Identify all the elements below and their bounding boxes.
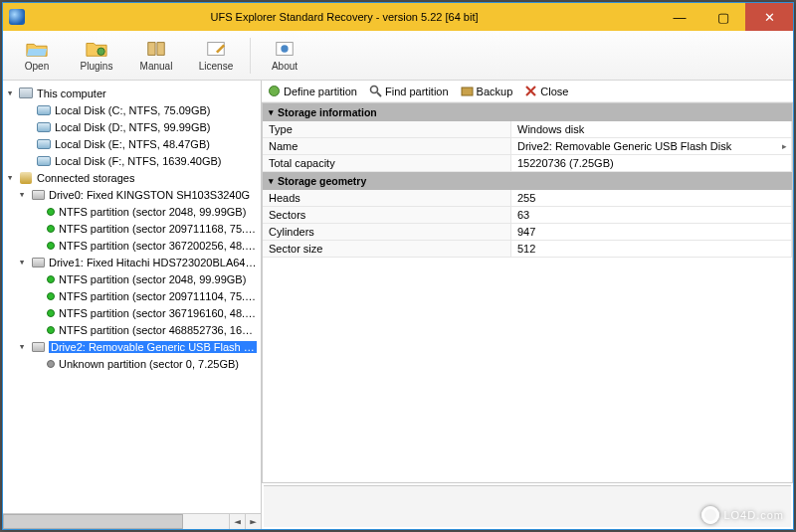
about-button[interactable]: About — [259, 39, 310, 72]
prop-key: Sectors — [263, 207, 511, 224]
property-grid: Storage information TypeWindows disk Nam… — [262, 102, 793, 483]
svg-point-6 — [371, 87, 378, 93]
status-dot-icon — [47, 360, 55, 368]
prop-row[interactable]: Cylinders947 — [263, 224, 792, 241]
chevron-right-icon[interactable]: ▸ — [782, 141, 787, 151]
tree-node-partition[interactable]: NTFS partition (sector 209711168, 75.09G… — [3, 220, 261, 237]
prop-row[interactable]: Heads255 — [263, 190, 792, 207]
prop-row[interactable]: Sector size512 — [263, 241, 792, 258]
tree-node-local-disk[interactable]: Local Disk (C:, NTFS, 75.09GB) — [3, 101, 261, 118]
svg-rect-8 — [462, 88, 473, 95]
license-icon — [204, 39, 228, 59]
collapse-icon[interactable]: ▾ — [17, 188, 27, 201]
prop-value: Drive2: Removable Generic USB Flash Disk… — [511, 138, 792, 155]
tree-node-partition[interactable]: NTFS partition (sector 367196160, 48.47G… — [3, 304, 261, 321]
app-icon — [9, 9, 25, 25]
status-dot-icon — [47, 275, 55, 283]
collapse-icon[interactable]: ▾ — [5, 171, 15, 184]
prop-value: 947 — [511, 224, 792, 241]
disk-icon — [30, 189, 46, 201]
status-dot-icon — [47, 242, 55, 250]
prop-key: Total capacity — [263, 155, 511, 172]
scroll-left-button[interactable]: ◄ — [229, 514, 245, 529]
computer-icon — [18, 88, 34, 99]
plugins-button[interactable]: Plugins — [71, 39, 122, 72]
prop-value: 15220736 (7.25GB) — [511, 155, 792, 172]
tree-node-partition[interactable]: NTFS partition (sector 2048, 99.99GB) — [3, 270, 261, 287]
status-dot-icon — [47, 326, 55, 334]
tree-node-this-computer[interactable]: ▾This computer — [3, 85, 261, 101]
search-icon — [369, 85, 382, 97]
collapse-icon[interactable]: ▾ — [17, 256, 27, 268]
collapse-icon[interactable]: ▾ — [5, 87, 15, 99]
prop-row[interactable]: Total capacity15220736 (7.25GB) — [263, 155, 792, 172]
tree-hscrollbar[interactable]: ◄ ► — [3, 513, 261, 529]
tree-node-drive1[interactable]: ▾Drive1: Fixed Hitachi HDS723020BLA642 (… — [3, 254, 261, 270]
manual-label: Manual — [140, 61, 173, 72]
drive-icon — [36, 104, 52, 116]
svg-point-4 — [281, 45, 288, 52]
close-button[interactable]: ✕ — [745, 3, 793, 31]
tree-node-partition[interactable]: Unknown partition (sector 0, 7.25GB) — [3, 355, 261, 372]
tree-node-partition[interactable]: NTFS partition (sector 209711104, 75.09G… — [3, 287, 261, 304]
prop-row[interactable]: Sectors63 — [263, 207, 792, 224]
license-label: License — [199, 61, 233, 72]
prop-value: 512 — [511, 241, 792, 258]
folder-open-icon — [25, 39, 49, 59]
prop-row[interactable]: NameDrive2: Removable Generic USB Flash … — [263, 138, 792, 155]
close-icon — [524, 85, 537, 97]
scroll-right-button[interactable]: ► — [245, 514, 261, 529]
scrollbar-thumb[interactable] — [3, 514, 183, 529]
define-icon — [268, 85, 281, 97]
collapse-icon[interactable]: ▾ — [17, 340, 27, 353]
tree-node-local-disk[interactable]: Local Disk (F:, NTFS, 1639.40GB) — [3, 152, 261, 169]
about-label: About — [272, 61, 298, 72]
disk-icon — [30, 341, 46, 353]
tree-node-local-disk[interactable]: Local Disk (E:, NTFS, 48.47GB) — [3, 135, 261, 152]
action-bar: Define partition Find partition Backup C… — [262, 81, 793, 102]
drive-icon — [36, 121, 52, 133]
minimize-button[interactable]: — — [658, 3, 701, 31]
backup-icon — [461, 85, 474, 97]
maximize-button[interactable]: ▢ — [701, 3, 745, 31]
status-dot-icon — [47, 292, 55, 300]
status-dot-icon — [47, 225, 55, 233]
svg-point-0 — [98, 48, 104, 55]
section-header-geometry[interactable]: Storage geometry — [263, 172, 792, 190]
prop-key: Name — [263, 138, 511, 155]
prop-key: Sector size — [263, 241, 511, 258]
prop-row[interactable]: TypeWindows disk — [263, 121, 792, 138]
storage-icon — [18, 172, 34, 184]
plugins-label: Plugins — [81, 61, 113, 72]
svg-point-5 — [270, 87, 280, 96]
manual-button[interactable]: Manual — [130, 39, 182, 72]
tree-node-partition[interactable]: NTFS partition (sector 468852736, 1639.4… — [3, 321, 261, 338]
status-dot-icon — [47, 309, 55, 317]
define-partition-button[interactable]: Define partition — [268, 85, 357, 97]
tree-node-partition[interactable]: NTFS partition (sector 2048, 99.99GB) — [3, 203, 261, 220]
section-header-info[interactable]: Storage information — [263, 103, 792, 121]
main-toolbar: Open Plugins Manual License About — [3, 31, 793, 81]
tree-node-connected-storages[interactable]: ▾Connected storages — [3, 169, 261, 186]
drive-icon — [36, 138, 52, 150]
tree-node-drive2[interactable]: ▾Drive2: Removable Generic USB Flash Dis… — [3, 338, 261, 355]
close-action-button[interactable]: Close — [524, 85, 568, 97]
open-label: Open — [25, 61, 49, 72]
tree-node-partition[interactable]: NTFS partition (sector 367200256, 48.47G… — [3, 237, 261, 254]
book-icon — [144, 39, 168, 59]
storage-tree[interactable]: ▾This computer Local Disk (C:, NTFS, 75.… — [3, 81, 262, 529]
watermark: LO4D.com — [701, 506, 784, 524]
tree-node-local-disk[interactable]: Local Disk (D:, NTFS, 99.99GB) — [3, 118, 261, 135]
tree-node-drive0[interactable]: ▾Drive0: Fixed KINGSTON SH103S3240G — [3, 186, 261, 203]
app-window: UFS Explorer Standard Recovery - version… — [2, 2, 794, 530]
backup-button[interactable]: Backup — [461, 85, 513, 97]
license-button[interactable]: License — [190, 39, 242, 72]
find-partition-button[interactable]: Find partition — [369, 85, 449, 97]
content-area: ▾This computer Local Disk (C:, NTFS, 75.… — [3, 81, 793, 529]
prop-value: 255 — [511, 190, 792, 207]
titlebar[interactable]: UFS Explorer Standard Recovery - version… — [3, 3, 793, 31]
open-button[interactable]: Open — [11, 39, 63, 72]
prop-key: Type — [263, 121, 511, 138]
about-icon — [273, 39, 297, 59]
prop-key: Heads — [263, 190, 511, 207]
